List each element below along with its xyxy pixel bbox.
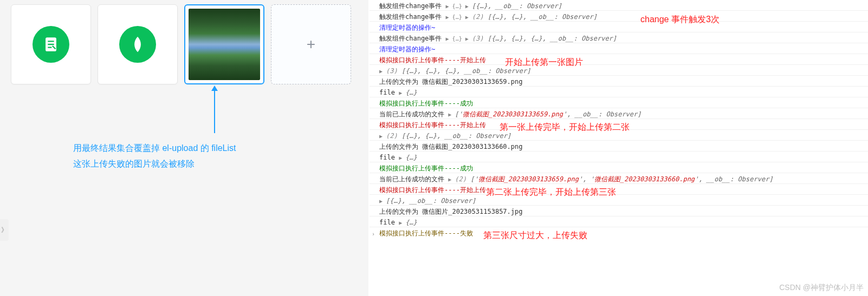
annotation-line-2: 这张上传失败的图片就会被移除 (73, 156, 236, 172)
plus-icon: + (307, 36, 315, 53)
preview-panel: + 用最终结果集合覆盖掉 el-upload 的 fileList 这张上传失败… (0, 0, 368, 296)
upload-item-2[interactable] (98, 4, 178, 84)
expand-arrow-icon[interactable]: ▶ (399, 90, 405, 96)
console-row[interactable]: ▶ (3) [{…}, {…}, {…}, __ob__: Observer] (370, 65, 868, 76)
console-row[interactable]: 清理定时器的操作~ (370, 43, 868, 54)
console-row[interactable]: 上传的文件为 微信截图_20230303133660.png (370, 141, 868, 152)
log-text: 模拟接口执行上传事件----开始上传 (379, 186, 486, 194)
console-row[interactable]: 模拟接口执行上传事件----成功 (370, 97, 868, 108)
console-row[interactable]: 当前已上传成功的文件 ▶ (2) ['微信截图_20230303133659.p… (370, 173, 868, 184)
forest-thumbnail (189, 9, 260, 80)
log-text: 触发组件change事件 ▶ {…} ▶ (2) [{…}, {…}, __ob… (379, 13, 597, 21)
console-row[interactable]: 当前已上传成功的文件 ▶ ['微信截图_20230303133659.png',… (370, 108, 868, 119)
note-change-3x: change 事件触发3次 (640, 14, 720, 25)
log-text: 触发组件change事件 ▶ {…} ▶ (3) [{…}, {…}, {…},… (379, 35, 617, 42)
console-row[interactable]: file ▶ {…} (370, 152, 868, 162)
console-row[interactable]: ›模拟接口执行上传事件----失败 (370, 227, 868, 238)
expand-arrow-icon[interactable]: ▶ {…} ▶ (446, 3, 472, 9)
log-text: 当前已上传成功的文件 ▶ ['微信截图_20230303133659.png',… (379, 110, 642, 118)
expand-arrow-icon[interactable]: ▶ (448, 176, 455, 182)
log-text: 上传的文件为 微信截图_20230303133660.png (379, 143, 523, 150)
console-panel: 触发组件change事件 ▶ {…} ▶ [{…}, __ob__: Obser… (370, 0, 868, 296)
log-text: ▶ (2) [{…}, {…}, __ob__: Observer] (379, 132, 511, 140)
console-row[interactable]: 触发组件change事件 ▶ {…} ▶ (2) [{…}, {…}, __ob… (370, 11, 868, 22)
log-text: 模拟接口执行上传事件----失败 (379, 229, 473, 237)
expand-arrow-icon[interactable]: ▶ {…} ▶ (446, 36, 472, 42)
console-row[interactable]: file ▶ {…} (370, 87, 868, 97)
note-start-1: 开始上传第一张图片 (505, 57, 583, 68)
log-text: 清理定时器的操作~ (379, 45, 435, 53)
upload-item-3-selected[interactable] (184, 4, 264, 84)
chevron-right-icon: 》 (1, 226, 8, 235)
log-text: 模拟接口执行上传事件----成功 (379, 165, 473, 172)
expand-arrow-icon[interactable]: ▶ (379, 133, 386, 139)
expand-arrow-icon[interactable]: ▶ (379, 198, 386, 204)
log-text: 模拟接口执行上传事件----开始上传 (379, 56, 486, 64)
expand-arrow-icon[interactable]: ▶ (399, 155, 405, 161)
console-row[interactable]: file ▶ {…} (370, 216, 868, 227)
console-row[interactable]: 触发组件change事件 ▶ {…} ▶ (3) [{…}, {…}, {…},… (370, 32, 868, 43)
console-row[interactable]: 模拟接口执行上传事件----成功 (370, 162, 868, 173)
log-text: 上传的文件为 微信截图_20230303133659.png (379, 78, 523, 85)
log-text: 当前已上传成功的文件 ▶ (2) ['微信截图_20230303133659.p… (379, 175, 773, 183)
console-row[interactable]: 模拟接口执行上传事件----开始上传 (370, 54, 868, 65)
log-text: file ▶ {…} (379, 89, 417, 96)
annotation-line-1: 用最终结果集合覆盖掉 el-upload 的 fileList (73, 141, 236, 156)
log-text: 触发组件change事件 ▶ {…} ▶ [{…}, __ob__: Obser… (379, 2, 562, 10)
console-row[interactable]: 上传的文件为 微信截图_20230303133659.png (370, 76, 868, 87)
console-row[interactable]: 上传的文件为 微信图片_20230531153857.jpg (370, 206, 868, 216)
expand-arrow-icon[interactable]: ▶ (399, 220, 405, 226)
expand-arrow-icon[interactable]: ▶ (448, 111, 455, 117)
annotation-text: 用最终结果集合覆盖掉 el-upload 的 fileList 这张上传失败的图… (73, 141, 236, 172)
log-text: 模拟接口执行上传事件----成功 (379, 100, 473, 107)
annotation-arrow (214, 87, 215, 133)
upload-item-1[interactable] (11, 4, 91, 84)
log-text: ▶ (3) [{…}, {…}, {…}, __ob__: Observer] (379, 67, 530, 75)
expand-arrow-icon[interactable]: ▶ {…} ▶ (446, 14, 472, 20)
console-row[interactable]: ▶ [{…}, __ob__: Observer] (370, 195, 868, 206)
note-done-2-start-3: 第二张上传完毕，开始上传第三张 (486, 187, 616, 198)
console-row[interactable]: 清理定时器的操作~ (370, 22, 868, 32)
log-text: file ▶ {…} (379, 154, 417, 161)
leaf-icon (119, 26, 156, 63)
expand-handle[interactable]: 》 (0, 219, 9, 241)
watermark: CSDN @神臂护体小月半 (779, 283, 864, 293)
expand-arrow-icon[interactable]: ▶ (379, 68, 386, 74)
log-text: file ▶ {…} (379, 219, 417, 226)
prompt-caret-icon: › (372, 229, 375, 239)
document-icon (33, 26, 69, 63)
console-log-list: 触发组件change事件 ▶ {…} ▶ [{…}, __ob__: Obser… (370, 0, 868, 238)
log-text: ▶ [{…}, __ob__: Observer] (379, 197, 476, 205)
upload-add-button[interactable]: + (271, 4, 351, 84)
console-row[interactable]: 触发组件change事件 ▶ {…} ▶ [{…}, __ob__: Obser… (370, 0, 868, 11)
log-text: 上传的文件为 微信图片_20230531153857.jpg (379, 208, 523, 215)
note-done-1-start-2: 第一张上传完毕，开始上传第二张 (500, 122, 630, 133)
upload-list: + (11, 4, 368, 84)
log-text: 模拟接口执行上传事件----开始上传 (379, 121, 486, 129)
note-3-fail: 第三张尺寸过大，上传失败 (483, 230, 587, 241)
log-text: 清理定时器的操作~ (379, 24, 435, 31)
console-row[interactable]: 模拟接口执行上传事件----开始上传 (370, 184, 868, 195)
